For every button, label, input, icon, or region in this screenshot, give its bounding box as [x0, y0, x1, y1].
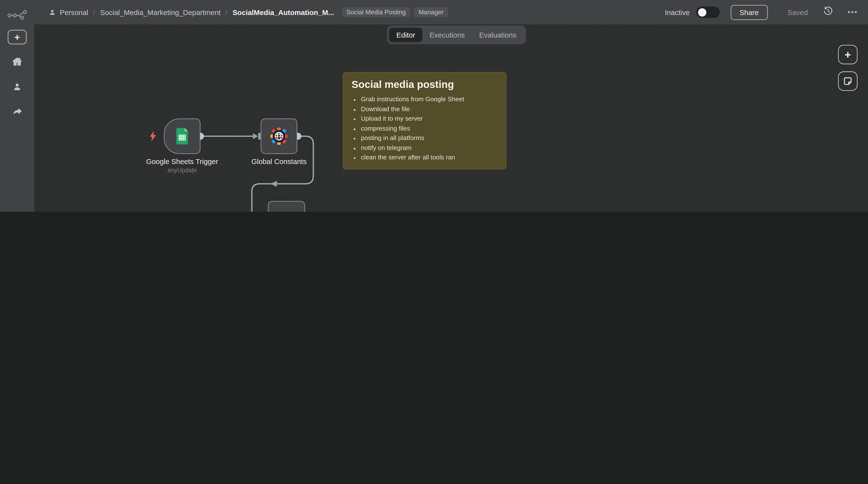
node-subtitle: anyUpdate	[167, 167, 197, 173]
toggle-knob	[698, 8, 706, 16]
tab-editor[interactable]: Editor	[389, 28, 423, 42]
save-status: Saved	[787, 8, 808, 16]
tag-social-media-posting[interactable]: Social Media Posting	[342, 7, 410, 17]
add-workflow-button[interactable]: +	[8, 30, 27, 44]
activation-label: Inactive	[665, 8, 689, 16]
activation-toggle[interactable]	[696, 6, 719, 18]
view-tabs: Editor Executions Evaluations	[387, 25, 526, 44]
share-button[interactable]: Share	[731, 5, 768, 20]
pencil-icon	[279, 211, 293, 212]
shared-icon[interactable]	[0, 107, 34, 116]
tab-executions[interactable]: Executions	[423, 28, 472, 42]
breadcrumb-separator: /	[225, 8, 227, 16]
workflow-header: Personal / Social_Media_Marketing_Depart…	[34, 0, 868, 25]
breadcrumb-root[interactable]: Personal	[60, 8, 88, 16]
tab-evaluations[interactable]: Evaluations	[472, 28, 524, 42]
node-label: Global Constants	[251, 157, 307, 165]
more-options-icon[interactable]: •••	[848, 8, 858, 16]
input-arrow	[253, 133, 258, 139]
sticky-note-icon	[843, 76, 852, 86]
home-icon[interactable]	[0, 56, 34, 66]
connections-layer	[34, 25, 868, 212]
history-icon[interactable]	[824, 6, 833, 18]
plus-icon: +	[14, 32, 20, 42]
node-label: Google Sheets Trigger	[146, 157, 218, 165]
add-node-button[interactable]: +	[838, 45, 858, 64]
node-google-sheets-trigger[interactable]	[164, 118, 200, 154]
workflow-canvas[interactable]: Social media posting Grab instructions f…	[34, 25, 868, 212]
breadcrumb-separator: /	[93, 8, 95, 16]
breadcrumb-project[interactable]: Social_Media_Marketing_Department	[100, 8, 221, 16]
personal-icon[interactable]	[0, 82, 34, 92]
workflow-title[interactable]: SocialMedia_Automation_M...	[232, 8, 334, 16]
person-icon	[49, 8, 56, 16]
n8n-logo-icon[interactable]	[0, 10, 34, 20]
tag-manager[interactable]: Manager	[414, 7, 448, 17]
loop-arrow	[271, 181, 277, 187]
add-sticky-note-button[interactable]	[838, 71, 858, 91]
node-global-constants[interactable]	[261, 118, 298, 154]
input-bar	[258, 133, 260, 140]
sidebar: + x ? HB	[0, 0, 34, 212]
plus-icon: +	[844, 49, 851, 60]
trigger-bolt-icon	[149, 130, 157, 142]
header-actions: Inactive Share Saved •••	[665, 5, 858, 20]
node-variables[interactable]	[268, 201, 305, 212]
global-constants-icon	[270, 127, 288, 145]
n8n-workflow-editor: + x ? HB	[0, 0, 868, 212]
google-sheets-icon	[176, 128, 189, 145]
